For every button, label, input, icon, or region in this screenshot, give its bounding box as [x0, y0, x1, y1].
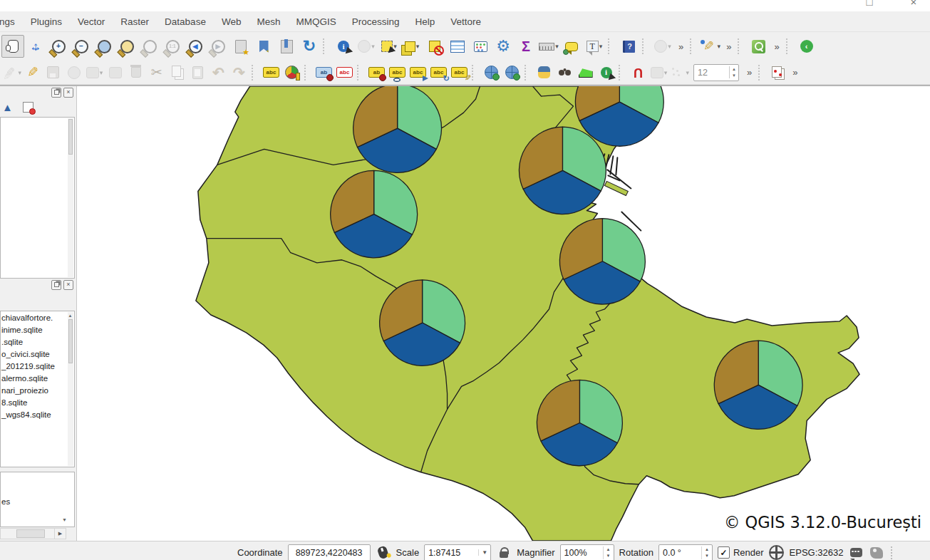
- magnifier-spinbox[interactable]: ▲▼: [560, 544, 614, 560]
- osm-place-search-button[interactable]: [747, 35, 770, 58]
- list-item[interactable]: es: [1, 495, 74, 507]
- dropdown-arrow-icon[interactable]: ▾: [686, 69, 689, 76]
- digitizing-value-spinbox[interactable]: 12▲▼: [693, 64, 739, 81]
- coordinate-input[interactable]: [288, 544, 371, 560]
- map-tips-button[interactable]: [560, 35, 583, 58]
- lock-scale-button[interactable]: [496, 545, 512, 560]
- lower-list[interactable]: es ▼: [0, 472, 75, 527]
- tasks-button[interactable]: [869, 545, 884, 560]
- zoom-to-layer-button[interactable]: [115, 35, 138, 58]
- new-bookmark-button[interactable]: ★: [229, 35, 252, 58]
- digitizing-value-button[interactable]: 12▲▼: [690, 63, 743, 83]
- file-item[interactable]: .sqlite: [1, 336, 74, 348]
- zoom-out-button[interactable]: −: [70, 35, 93, 58]
- measure-line-button[interactable]: ▾: [537, 35, 560, 58]
- python-console-button[interactable]: [534, 63, 554, 83]
- dock-float-icon[interactable]: [51, 88, 61, 98]
- epsg-label[interactable]: EPSG:32632: [790, 547, 844, 558]
- close-button[interactable]: ×: [903, 0, 924, 8]
- menu-ings[interactable]: ings: [0, 14, 23, 30]
- show-bookmarks-button[interactable]: ★: [252, 35, 275, 58]
- toolbar-overflow[interactable]: »: [770, 41, 783, 52]
- deselect-features-button[interactable]: [423, 35, 446, 58]
- spin-down-icon[interactable]: ▼: [705, 553, 709, 559]
- vertical-scrollbar[interactable]: ▲: [68, 312, 73, 466]
- dropdown-arrow-icon[interactable]: ▾: [18, 69, 21, 76]
- menu-web[interactable]: Web: [214, 14, 249, 30]
- cut-features-button[interactable]: ✂: [146, 63, 167, 83]
- file-item[interactable]: chiavalfortore.: [1, 311, 74, 323]
- redo-button[interactable]: ↷: [229, 63, 249, 83]
- pin-unpin-labels-button[interactable]: ab: [366, 63, 387, 83]
- menu-mmqgis[interactable]: MMQGIS: [288, 14, 343, 30]
- toolbar-overflow[interactable]: »: [743, 67, 756, 78]
- search-layers-button[interactable]: [554, 63, 575, 83]
- toolbar-overflow[interactable]: »: [722, 41, 735, 52]
- dock-close-icon[interactable]: ×: [63, 88, 73, 98]
- menu-raster[interactable]: Raster: [113, 14, 157, 30]
- scroll-up-icon[interactable]: ▲: [67, 313, 73, 318]
- draw-polygon-button[interactable]: [575, 63, 596, 83]
- duplicate-features-button[interactable]: [768, 63, 788, 83]
- text-annotation-button[interactable]: T▾: [583, 35, 606, 58]
- share-button[interactable]: ‹: [795, 35, 818, 58]
- layer-labeling-options-button[interactable]: abc: [261, 63, 281, 83]
- extents-toggle-button[interactable]: [376, 545, 391, 560]
- menu-plugins[interactable]: Plugins: [23, 14, 70, 30]
- layer-diagram-options-button[interactable]: [281, 63, 302, 83]
- zoom-full-extent-button[interactable]: [93, 35, 115, 58]
- metasearch-add-services-button[interactable]: [481, 63, 502, 83]
- highlight-pinned-labels-button[interactable]: abc: [334, 63, 355, 83]
- style-manager-button[interactable]: ✎▾: [699, 35, 722, 58]
- dock-float-icon[interactable]: [51, 280, 61, 290]
- messages-button[interactable]: [848, 545, 864, 560]
- menu-vettore[interactable]: Vettore: [443, 14, 489, 30]
- statistical-summary-button[interactable]: Σ: [515, 35, 537, 58]
- scale-combobox[interactable]: 1:87415 ▼: [424, 544, 491, 560]
- processing-toolbox-button[interactable]: ⚙: [492, 35, 515, 58]
- pin-labels-button[interactable]: ab: [314, 63, 334, 83]
- dropdown-arrow-icon[interactable]: ▾: [599, 43, 603, 50]
- dropdown-arrow-icon[interactable]: ▾: [100, 69, 103, 76]
- move-label-button[interactable]: abc: [408, 63, 428, 83]
- sqlite-file-list[interactable]: ▲ chiavalfortore.inime.sqlite.sqliteo_ci…: [0, 311, 75, 467]
- combo-arrow-icon[interactable]: ▼: [478, 549, 490, 556]
- dropdown-arrow-icon[interactable]: ▾: [555, 43, 559, 50]
- horizontal-scrollbar[interactable]: ▶: [0, 528, 75, 539]
- identify-plus-button[interactable]: i: [596, 63, 616, 83]
- menu-help[interactable]: Help: [407, 14, 443, 30]
- bookmark-manager-button[interactable]: [275, 35, 298, 58]
- show-hide-labels-button[interactable]: abc: [387, 63, 408, 83]
- menu-mesh[interactable]: Mesh: [249, 14, 288, 30]
- file-item[interactable]: alermo.sqlite: [1, 372, 74, 384]
- move-up-icon[interactable]: ▲: [2, 101, 13, 113]
- render-checkbox[interactable]: ✓ Render: [718, 546, 764, 559]
- dropdown-arrow-icon[interactable]: ▾: [371, 43, 375, 50]
- undo-button[interactable]: ↶: [208, 63, 229, 83]
- crs-status-button[interactable]: [769, 545, 785, 560]
- field-calculator-button[interactable]: [469, 35, 492, 58]
- scroll-right-icon[interactable]: ▶: [55, 528, 66, 539]
- zoom-last-button[interactable]: ◀: [184, 35, 207, 58]
- map-canvas[interactable]: © QGIS 3.12.0-București: [77, 86, 930, 541]
- scroll-down-icon[interactable]: ▼: [62, 517, 67, 522]
- zoom-in-button[interactable]: +: [47, 35, 70, 58]
- identify-features-button[interactable]: i: [332, 35, 355, 58]
- file-item[interactable]: _201219.sqlite: [1, 360, 74, 372]
- metasearch-button[interactable]: [502, 63, 522, 83]
- rotate-label-button[interactable]: abc: [428, 63, 449, 83]
- file-item[interactable]: 8.sqlite: [1, 396, 74, 408]
- open-attribute-table-button[interactable]: [446, 35, 469, 58]
- dock-top-list[interactable]: [0, 117, 75, 279]
- remove-item-icon[interactable]: [23, 102, 33, 113]
- select-features-by-value-button[interactable]: ▾: [401, 35, 423, 58]
- file-item[interactable]: nari_proiezio: [1, 384, 74, 396]
- spin-down-icon[interactable]: ▼: [606, 553, 611, 559]
- dropdown-arrow-icon[interactable]: ▾: [416, 43, 420, 50]
- menu-vector[interactable]: Vector: [70, 14, 113, 30]
- magnifier-value[interactable]: [561, 547, 603, 559]
- dock-close-icon[interactable]: ×: [63, 280, 73, 290]
- dropdown-arrow-icon[interactable]: ▾: [717, 43, 720, 50]
- spin-up-icon[interactable]: ▲: [606, 546, 611, 553]
- help-contents-button[interactable]: ?: [617, 35, 640, 58]
